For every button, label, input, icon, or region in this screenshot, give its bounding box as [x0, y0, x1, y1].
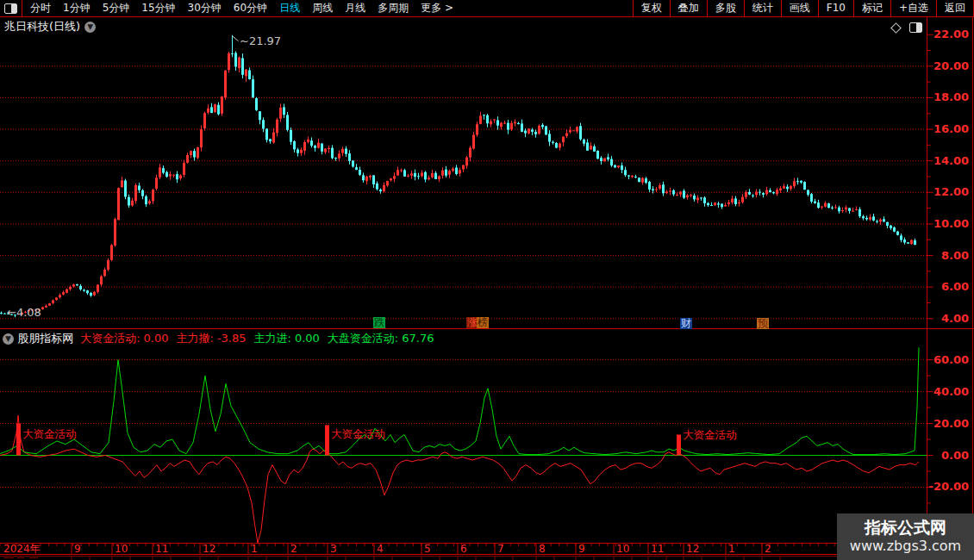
price-axis-label: 22.00	[933, 28, 969, 40]
signal-bar	[325, 425, 329, 455]
indicator-red-line	[0, 415, 919, 543]
period-item-月线[interactable]: 月线	[339, 0, 371, 16]
price-axis-label: 16.00	[933, 122, 969, 135]
action-item-+自选[interactable]: +自选	[890, 0, 936, 16]
price-axis-label: 18.00	[933, 90, 969, 103]
indicator-source-label: 股朋指标网	[17, 331, 73, 346]
indicator-green-line	[0, 347, 919, 454]
month-label: 1	[251, 543, 258, 555]
indicator-axis-label: 40.00	[933, 385, 969, 398]
month-label: 1	[728, 543, 735, 555]
action-item-标记[interactable]: 标记	[853, 0, 890, 16]
high-annotation: ~21.97	[240, 34, 281, 47]
month-label: 2	[290, 543, 297, 555]
ad-chip[interactable]: 财	[680, 318, 692, 329]
signal-markers: 大资金活动大资金活动大资金活动	[16, 424, 737, 456]
month-label: 2024年	[3, 543, 41, 555]
candles	[0, 35, 916, 318]
price-axis-label: 14.00	[933, 154, 969, 167]
price-axis-label: 6.00	[941, 280, 969, 293]
site-watermark: 指标公式网 www.zbgs3.com	[837, 513, 974, 560]
period-item-1分钟[interactable]: 1分钟	[57, 0, 97, 16]
indicator-header: ▼ 股朋指标网 大资金活动:0.00 主力撤:-3.85 主力进:0.00 大盘…	[3, 331, 441, 346]
ad-chip[interactable]: 预	[757, 318, 769, 329]
period-item-5分钟[interactable]: 5分钟	[97, 0, 136, 16]
period-item-60分钟[interactable]: 60分钟	[228, 0, 273, 16]
chart-corner-icons	[892, 22, 922, 33]
month-label: 11	[651, 543, 664, 555]
action-item-多股[interactable]: 多股	[707, 0, 744, 16]
action-menu: 复权叠加多股统计画线F10标记+自选返回	[633, 0, 974, 16]
action-item-F10[interactable]: F10	[818, 0, 853, 16]
period-item-15分钟[interactable]: 15分钟	[135, 0, 181, 16]
month-label: 6	[460, 543, 467, 555]
price-axis-label: 8.00	[941, 249, 969, 262]
month-label: 3	[330, 543, 337, 555]
month-label: 9	[578, 543, 585, 555]
month-label: 2	[765, 543, 771, 555]
action-item-复权[interactable]: 复权	[633, 0, 670, 16]
month-label: 4	[377, 543, 384, 555]
month-label: 11	[155, 543, 168, 555]
signal-label: 大资金活动	[22, 427, 77, 440]
period-menu: 分时1分钟5分钟15分钟30分钟60分钟日线周线月线多周期更多 >	[24, 0, 459, 16]
price-axis-label: 20.00	[933, 59, 969, 72]
price-axis-label: 10.00	[933, 217, 969, 230]
chart-title: 兆日科技(日线)	[4, 19, 80, 34]
month-label: 9	[74, 543, 81, 555]
top-toolbar: 分时1分钟5分钟15分钟30分钟60分钟日线周线月线多周期更多 > 复权叠加多股…	[0, 0, 974, 17]
month-label: 8	[539, 543, 546, 555]
ad-chip[interactable]: 榜	[477, 317, 489, 328]
period-item-日线[interactable]: 日线	[273, 0, 306, 16]
chevron-down-icon[interactable]: ▼	[84, 22, 96, 33]
action-item-统计[interactable]: 统计	[744, 0, 781, 16]
signal-label: 大资金活动	[683, 428, 737, 441]
indicator-stat-1: 主力撤:-3.85	[176, 331, 246, 346]
time-axis: 2024年910111212345678910111212	[0, 543, 972, 560]
low-annotation: ←4.08	[7, 306, 41, 319]
window-panel-icon[interactable]	[4, 3, 17, 14]
month-label: 12	[203, 543, 215, 555]
indicator-stat-2: 主力进:0.00	[254, 331, 320, 346]
month-label: 5	[424, 543, 431, 555]
indicator-stat-0: 大资金活动:0.00	[80, 331, 168, 346]
signal-bar	[16, 424, 21, 456]
indicator-gridlines	[0, 360, 927, 488]
ad-chip[interactable]: 跌	[373, 317, 385, 328]
signal-label: 大资金活动	[331, 427, 385, 440]
indicator-axis-label: -20.00	[928, 480, 969, 493]
price-axis-label: 12.00	[933, 185, 969, 198]
period-item-多周期[interactable]: 多周期	[371, 0, 415, 16]
frame-lines	[0, 17, 974, 560]
period-item-周线[interactable]: 周线	[306, 0, 339, 16]
indicator-stat-3: 大盘资金活动:67.76	[328, 331, 434, 346]
indicator-axis-label: 20.00	[933, 417, 969, 430]
indicator-chevron-down-icon[interactable]: ▼	[3, 333, 14, 345]
action-item-画线[interactable]: 画线	[781, 0, 818, 16]
action-item-叠加[interactable]: 叠加	[670, 0, 707, 16]
watermark-title: 指标公式网	[837, 518, 974, 538]
toolbar-divider	[22, 0, 22, 16]
month-label: 12	[686, 543, 699, 555]
chart-canvas: 22.0020.0018.0016.0014.0012.0010.008.006…	[0, 0, 974, 560]
price-annotations: ~21.97←4.08	[7, 34, 281, 319]
price-axis: 22.0020.0018.0016.0014.0012.0010.008.006…	[927, 28, 970, 325]
month-label: 10	[115, 543, 128, 555]
period-item-30分钟[interactable]: 30分钟	[182, 0, 228, 16]
month-label: 7	[497, 543, 504, 555]
indicator-axis-label: 60.00	[933, 353, 969, 366]
indicator-axis-label: 0.00	[941, 449, 969, 462]
diamond-icon[interactable]	[890, 22, 902, 34]
indicator-axis: 60.0040.0020.000.00-20.00	[927, 353, 970, 535]
period-item-分时[interactable]: 分时	[24, 0, 57, 16]
period-item-更多 >[interactable]: 更多 >	[415, 0, 459, 16]
split-panel-icon[interactable]	[909, 22, 922, 33]
chart-titlebar: 兆日科技(日线) ▼	[4, 19, 96, 34]
watermark-url: www.zbgs3.com	[837, 538, 974, 555]
app-window: 22.0020.0018.0016.0014.0012.0010.008.006…	[0, 0, 974, 560]
price-axis-label: 4.00	[941, 312, 969, 325]
action-item-返回[interactable]: 返回	[936, 0, 973, 16]
signal-bar	[677, 434, 681, 455]
month-label: 10	[616, 543, 629, 555]
